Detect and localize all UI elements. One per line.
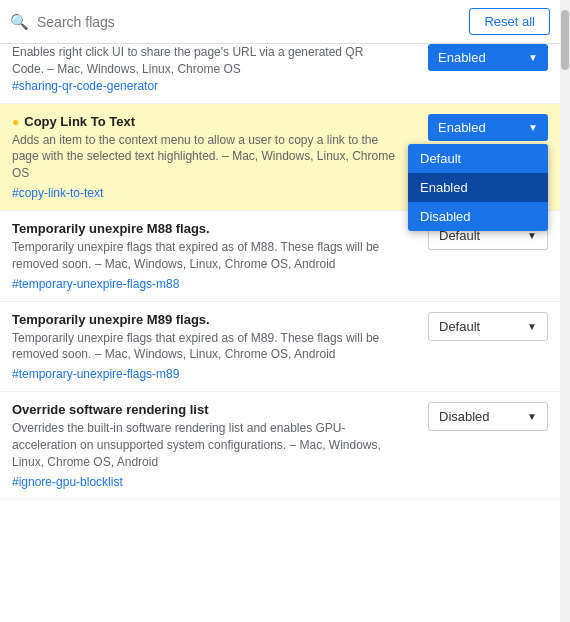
disabled-select-button[interactable]: Disabled ▼ (428, 402, 548, 431)
chevron-down-icon: ▼ (527, 321, 537, 332)
enabled-select-button[interactable]: Enabled ▼ (428, 44, 548, 71)
flag-link[interactable]: #ignore-gpu-blocklist (12, 475, 123, 489)
select-label: Disabled (439, 409, 490, 424)
list-item: Enables right click UI to share the page… (0, 44, 560, 104)
flag-text: Temporarily unexpire M88 flags. Temporar… (12, 221, 398, 291)
chevron-down-icon: ▼ (528, 52, 538, 63)
list-item: Copy Link To Text Adds an item to the co… (0, 104, 560, 211)
dropdown-item-enabled[interactable]: Enabled (408, 173, 548, 202)
flag-link[interactable]: #temporary-unexpire-flags-m89 (12, 367, 179, 381)
flag-desc: Overrides the built-in software renderin… (12, 420, 398, 470)
flag-title: Temporarily unexpire M88 flags. (12, 221, 398, 236)
scrollbar-track[interactable] (560, 0, 570, 622)
flag-text: Temporarily unexpire M89 flags. Temporar… (12, 312, 398, 382)
flag-desc: Adds an item to the context menu to allo… (12, 132, 398, 182)
default-select-button[interactable]: Default ▼ (428, 312, 548, 341)
flag-link[interactable]: #temporary-unexpire-flags-m88 (12, 277, 179, 291)
flag-text: Override software rendering list Overrid… (12, 402, 398, 488)
flag-text: Enables right click UI to share the page… (12, 44, 398, 93)
dropdown-menu: Default Enabled Disabled (408, 144, 548, 231)
flags-list: Enables right click UI to share the page… (0, 44, 560, 622)
flag-desc: Temporarily unexpire flags that expired … (12, 239, 398, 273)
flag-control: Disabled ▼ (408, 402, 548, 431)
select-label: Default (439, 319, 480, 334)
flag-title: Temporarily unexpire M89 flags. (12, 312, 398, 327)
chevron-down-icon: ▼ (527, 230, 537, 241)
reset-all-button[interactable]: Reset all (469, 8, 550, 35)
chevron-down-icon: ▼ (528, 122, 538, 133)
flag-title: Copy Link To Text (12, 114, 398, 129)
flag-link[interactable]: #sharing-qr-code-generator (12, 79, 158, 93)
select-label: Enabled (438, 120, 486, 135)
search-icon: 🔍 (10, 13, 29, 31)
flag-desc-partial: Enables right click UI to share the page… (12, 44, 398, 78)
flag-control: Enabled ▼ (408, 44, 548, 71)
select-label: Enabled (438, 50, 486, 65)
flag-text: Copy Link To Text Adds an item to the co… (12, 114, 398, 200)
chevron-down-icon: ▼ (527, 411, 537, 422)
flag-link[interactable]: #copy-link-to-text (12, 186, 103, 200)
dropdown-item-disabled[interactable]: Disabled (408, 202, 548, 231)
list-item: Temporarily unexpire M89 flags. Temporar… (0, 302, 560, 393)
scrollbar-thumb[interactable] (561, 10, 569, 70)
enabled-select-button[interactable]: Enabled ▼ (428, 114, 548, 141)
search-bar: 🔍 Reset all (0, 0, 560, 44)
flag-control: Enabled ▼ Default Enabled Disabled (408, 114, 548, 141)
flag-control: Default ▼ (408, 312, 548, 341)
search-input[interactable] (37, 14, 461, 30)
flag-title: Override software rendering list (12, 402, 398, 417)
dropdown-item-default[interactable]: Default (408, 144, 548, 173)
list-item: Override software rendering list Overrid… (0, 392, 560, 499)
flag-desc: Temporarily unexpire flags that expired … (12, 330, 398, 364)
